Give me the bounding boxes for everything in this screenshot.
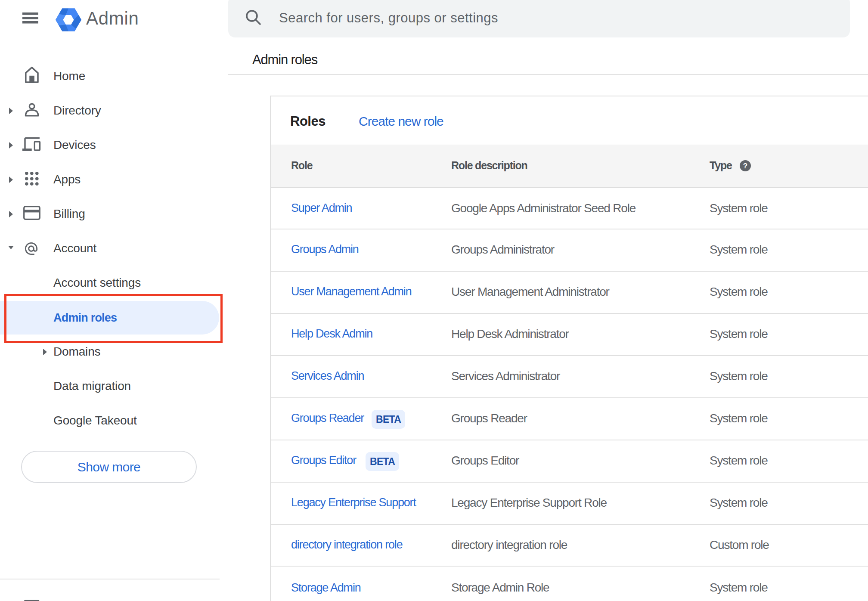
svg-text:?: ? (743, 162, 747, 170)
